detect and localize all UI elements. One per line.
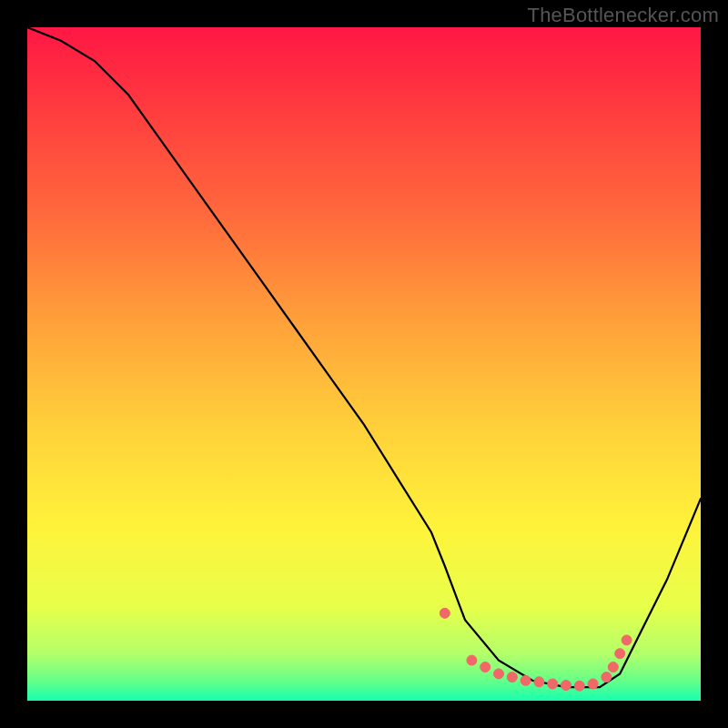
plot-area <box>27 27 701 701</box>
marker-point <box>507 672 517 682</box>
chart-svg <box>27 27 701 701</box>
marker-point <box>467 655 477 665</box>
credit-label: TheBottlenecker.com <box>528 4 719 27</box>
marker-point <box>561 681 571 691</box>
gradient-background <box>27 27 701 701</box>
marker-point <box>588 679 598 689</box>
marker-point <box>480 662 490 672</box>
marker-point <box>534 677 544 687</box>
marker-point <box>574 681 584 691</box>
chart-frame: TheBottlenecker.com <box>0 0 728 728</box>
marker-point <box>440 608 450 618</box>
marker-point <box>608 662 618 672</box>
marker-point <box>548 679 558 689</box>
marker-point <box>602 672 612 682</box>
marker-point <box>521 675 531 685</box>
marker-point <box>622 635 632 645</box>
marker-point <box>494 669 504 679</box>
marker-point <box>615 649 625 659</box>
